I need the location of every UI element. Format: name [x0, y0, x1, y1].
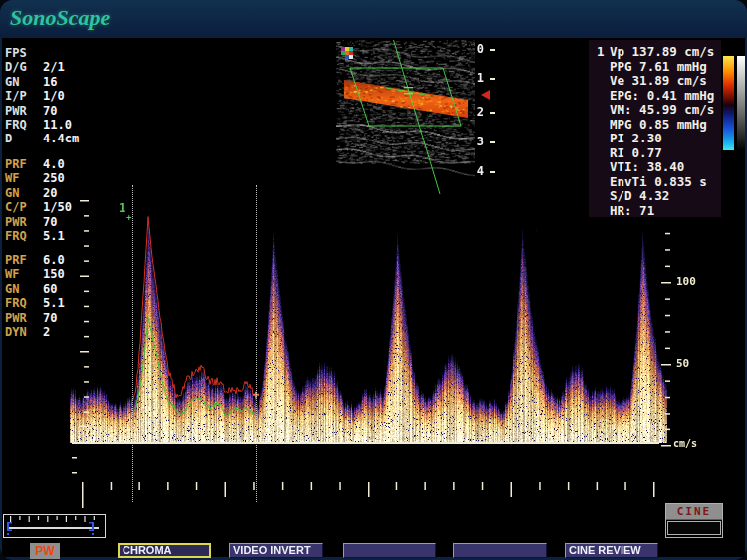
depth-label: 0: [468, 42, 484, 56]
param-value: 5.1: [43, 296, 65, 310]
measurement-label: VM:: [610, 102, 632, 117]
measurement-label: RI: [610, 145, 624, 160]
measurement-value: 31.89 cm/s: [632, 73, 707, 88]
depth-label: 1: [468, 71, 484, 85]
crosshair-icon: +: [126, 212, 131, 222]
cine-scrollbar[interactable]: [3, 514, 106, 538]
param-value: 11.0: [43, 118, 72, 132]
measurement-label: PI: [610, 131, 624, 145]
param-value: 16: [43, 75, 57, 89]
ultrasound-screen: SonoScape FPS D/G2/1 GN16 I/P1/0 PWR70 F…: [0, 0, 747, 560]
param-value: 70: [43, 215, 57, 229]
param-value: 70: [43, 311, 57, 325]
param-label: GN: [5, 282, 43, 296]
param-label: DYN: [5, 325, 43, 339]
param-value: 1/50: [43, 200, 72, 214]
measurement-row: RI 0.77: [589, 145, 721, 160]
cine-widget[interactable]: CINE: [665, 503, 723, 538]
focus-marker-icon[interactable]: [481, 90, 490, 100]
param-block-bmode: FPS D/G2/1 GN16 I/P1/0 PWR70 FRQ11.0 D4.…: [5, 46, 115, 146]
param-row: PRF4.0: [5, 157, 115, 171]
param-label: GN: [5, 186, 43, 200]
velocity-tick-label-50: 50: [676, 357, 689, 370]
param-row: FPS: [5, 46, 115, 60]
param-label: FRQ: [5, 296, 43, 310]
param-label: PWR: [5, 311, 43, 325]
cine-scrollbar-canvas: [4, 515, 103, 535]
menu-button-blank-1[interactable]: [343, 543, 436, 558]
depth-label: 2: [468, 105, 484, 119]
param-value: 150: [43, 267, 65, 281]
param-label: PWR: [5, 215, 43, 229]
menu-button-chroma[interactable]: CHROMA: [118, 543, 211, 558]
cine-widget-label: CINE: [666, 504, 722, 520]
param-label: GN: [5, 75, 43, 89]
param-value: 2: [43, 325, 50, 339]
param-label: FRQ: [5, 118, 43, 132]
param-row: D4.4cm: [5, 132, 115, 145]
cine-widget-field[interactable]: [667, 521, 721, 535]
measure-cursor-1[interactable]: [132, 185, 133, 502]
grayscale-bar: [737, 56, 745, 150]
brand-logo: SonoScape: [10, 5, 110, 31]
param-value: 4.0: [43, 157, 65, 171]
measurement-value: 7.61 mmHg: [639, 59, 707, 74]
param-value: 5.1: [43, 229, 65, 243]
param-label: PRF: [5, 253, 43, 267]
param-value: 70: [43, 104, 57, 118]
param-value: 6.0: [43, 253, 65, 267]
measurement-row: Ve 31.89 cm/s: [589, 73, 721, 88]
bmode-thumbnail[interactable]: [336, 40, 475, 194]
measurement-row: Vp 137.89 cm/s: [589, 44, 721, 59]
measurement-label: Vp: [610, 44, 624, 59]
param-row: D/G2/1: [5, 60, 115, 74]
param-row: I/P1/0: [5, 89, 115, 103]
measurement-label: MPG: [610, 117, 632, 132]
depth-label: 3: [468, 135, 484, 148]
param-label: D/G: [5, 60, 43, 74]
param-row: PWR70: [5, 104, 115, 118]
measurement-value: 0.77: [632, 145, 662, 160]
measurement-value: 2.30: [632, 131, 662, 145]
measure-cursor-2[interactable]: [256, 185, 257, 502]
velocity-unit-label: cm/s: [673, 438, 697, 449]
measurement-label: EPG:: [610, 88, 639, 103]
param-value: 250: [43, 171, 65, 185]
velocity-tick-label-100: 100: [676, 275, 696, 288]
title-bar: SonoScape: [0, 0, 747, 38]
measurement-marker: 1+: [119, 201, 125, 215]
measurement-row: PPG 7.61 mmHg: [589, 59, 721, 74]
measurement-value: 0.41 mmHg: [647, 88, 715, 103]
measurement-label: Ve: [610, 73, 624, 88]
measurement-row: MPG 0.85 mmHg: [589, 117, 721, 132]
param-value: 1/0: [43, 89, 65, 103]
param-label: FPS: [5, 46, 43, 60]
param-label: FRQ: [5, 229, 43, 243]
active-mode-badge: PW: [30, 543, 60, 559]
param-row: GN16: [5, 75, 115, 89]
param-label: WF: [5, 171, 43, 185]
spectral-doppler-waveform[interactable]: [70, 184, 667, 445]
param-label: C/P: [5, 200, 43, 214]
measurement-row: PI 2.30: [589, 131, 721, 145]
param-row: FRQ11.0: [5, 118, 115, 132]
param-label: WF: [5, 267, 43, 281]
param-label: PWR: [5, 104, 43, 118]
param-value: 2/1: [43, 60, 65, 74]
measurement-value: 0.85 mmHg: [639, 117, 707, 132]
param-value: 60: [43, 282, 57, 296]
param-label: I/P: [5, 89, 43, 103]
param-value: 20: [43, 186, 57, 200]
menu-button-cine-review[interactable]: CINE REVIEW: [565, 543, 658, 558]
measurement-row: VTI: 38.40: [589, 159, 721, 174]
menu-button-video-invert[interactable]: VIDEO INVERT: [229, 543, 323, 558]
measurement-value: 137.89 cm/s: [632, 44, 715, 59]
param-label: D: [5, 132, 43, 145]
menu-button-blank-2[interactable]: [453, 543, 547, 558]
param-label: PRF: [5, 157, 43, 171]
doppler-colorbar: [723, 56, 734, 150]
measurement-row: VM: 45.99 cm/s: [589, 102, 721, 117]
measurement-value: 45.99 cm/s: [639, 102, 714, 117]
measurement-label: PPG: [610, 59, 632, 74]
measurement-row: EPG: 0.41 mmHg: [589, 88, 721, 103]
